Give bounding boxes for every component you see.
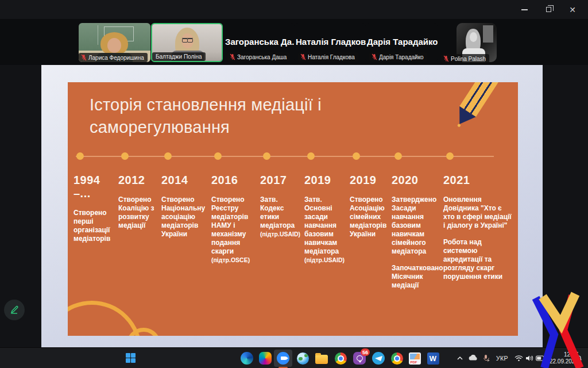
zoom-app-icon[interactable] — [276, 351, 290, 365]
timeline-dot — [76, 152, 84, 160]
timeline-text: Створено Коаліцію з розвитку медіації — [118, 195, 161, 230]
timeline-column: 2016Створено Реєстру медіаторів НАМУ і м… — [211, 152, 260, 290]
minimize-button[interactable] — [512, 0, 536, 19]
desktop: ✕ Лариса Федоришина Балтаджи Поліна Заго… — [0, 0, 588, 368]
timeline-text: Створено Асоціацію сімейних медіаторів У… — [350, 195, 392, 239]
muted-mic-icon — [300, 53, 306, 60]
timeline-column: 2017Затв. Кодекс етики медіатора(підтр.U… — [260, 152, 304, 290]
notification-center-button[interactable] — [575, 348, 583, 368]
viber-notification-badge: 56 — [361, 348, 370, 356]
slide-title: Історія становлення медіації і саморегул… — [90, 94, 434, 139]
muted-mic-icon — [81, 54, 87, 61]
edge-icon[interactable] — [240, 351, 254, 365]
timeline-dot — [164, 152, 172, 160]
mic-pointer-icon — [482, 354, 490, 362]
restore-icon — [546, 7, 551, 12]
chrome-profile2-icon[interactable] — [390, 351, 404, 365]
decorative-circle — [68, 301, 142, 336]
timeline-dot — [263, 152, 270, 160]
timeline-year: 1994 –... — [74, 174, 118, 200]
timeline-column: 2020Затверджено Засади навчання базовим … — [392, 152, 443, 290]
pdf-reader-icon[interactable] — [408, 351, 421, 365]
muted-mic-icon — [230, 53, 235, 60]
timeline-dot — [446, 152, 454, 160]
start-button[interactable] — [124, 351, 138, 365]
timeline-text: Затверджено Засади навчання базовим нави… — [392, 195, 443, 256]
timeline: 1994 –...Створено перші організації меді… — [74, 152, 516, 290]
timeline-note: (підтр.USAID) — [260, 230, 304, 238]
timeline-dot — [214, 152, 222, 160]
shared-screen: Історія становлення медіації і саморегул… — [41, 65, 543, 347]
onedrive-button[interactable] — [468, 348, 478, 368]
timeline-text-secondary: Робота над системою акредитації та розгл… — [443, 238, 516, 281]
participant-strip: Лариса Федоришина Балтаджи Поліна Загора… — [0, 19, 588, 65]
voice-access-button[interactable] — [482, 348, 490, 368]
timeline-column: 2021Оновлення Довідника "Хто є хто в сфе… — [443, 152, 516, 290]
restore-button[interactable] — [536, 0, 560, 19]
tray-date: 22.09.2025 — [548, 358, 578, 365]
chrome-icon[interactable] — [334, 351, 347, 365]
language-indicator[interactable]: УКР — [496, 348, 508, 368]
participant-tile-no-video[interactable]: Дарія Тарадайко Дарія Тарадайко — [366, 23, 438, 62]
timeline-dot — [394, 152, 402, 160]
telegram-icon[interactable] — [372, 351, 385, 365]
participant-tile-no-video[interactable]: Загоранська Да... Загоранська Даша — [224, 23, 294, 62]
participant-name: Загоранська Даша — [237, 54, 287, 60]
participant-tile-video[interactable]: Лариса Федоришина — [79, 23, 150, 62]
participant-tile-no-video[interactable]: Наталія Гладкова Наталія Гладкова — [295, 23, 366, 62]
participant-display-name: Наталія Гладкова — [296, 37, 366, 47]
minimize-icon — [521, 9, 528, 10]
timeline-year: 2019 — [304, 174, 350, 187]
wifi-button[interactable] — [514, 348, 523, 368]
close-button[interactable]: ✕ — [560, 0, 585, 19]
timeline-year: 2012 — [118, 174, 161, 187]
cloud-icon — [468, 355, 478, 362]
timeline-column: 2012Створено Коаліцію з розвитку медіаці… — [118, 152, 161, 290]
participant-name: Лариса Федоришина — [88, 55, 144, 61]
presentation-slide: Історія становлення медіації і саморегул… — [68, 82, 518, 336]
participant-name-pill: Лариса Федоришина — [79, 53, 148, 62]
timeline-year: 2019 — [350, 174, 392, 187]
participant-name: Дарія Тарадайко — [379, 54, 424, 60]
volume-button[interactable] — [525, 348, 533, 368]
timeline-year: 2016 — [211, 174, 260, 187]
timeline-text: Затв. Основні засади навчання базовим на… — [304, 195, 350, 256]
participant-tile-active-speaker[interactable]: Балтаджи Поліна — [151, 23, 223, 62]
clock[interactable]: 12:37 22.09.2025 — [548, 348, 578, 368]
pencil-illustration — [442, 82, 504, 141]
timeline-year: 2020 — [392, 174, 443, 187]
muted-mic-icon — [443, 55, 449, 62]
participant-display-name: Дарія Тарадайко — [367, 37, 438, 47]
timeline-text: Створено перші організації медіаторів — [74, 209, 118, 243]
tray-chevron-button[interactable] — [457, 348, 463, 368]
copilot-icon[interactable] — [258, 351, 272, 365]
battery-icon — [536, 355, 545, 361]
participant-name-pill: Балтаджи Поліна — [152, 52, 206, 61]
participant-name-pill: Наталія Гладкова — [298, 52, 358, 62]
wifi-icon — [514, 355, 523, 362]
file-explorer-icon[interactable] — [315, 351, 328, 365]
close-icon: ✕ — [569, 6, 576, 14]
chevron-up-icon — [457, 355, 463, 362]
timeline-year: 2017 — [260, 174, 304, 187]
muted-mic-icon — [372, 53, 377, 60]
timeline-note: (підтр.USAID) — [304, 256, 350, 264]
word-icon[interactable]: W — [426, 351, 440, 365]
participant-name-pill: Polina Palash — [441, 54, 489, 63]
timeline-column: 1994 –...Створено перші організації меді… — [74, 152, 118, 290]
annotate-button[interactable] — [4, 300, 25, 320]
timeline-year: 2014 — [161, 174, 211, 187]
timeline-column: 2014Створено Національну асоціацію медіа… — [161, 152, 211, 290]
timeline-dot — [307, 152, 315, 160]
taskbar: Пошук 56 W — [0, 347, 588, 368]
window-titlebar: ✕ — [0, 0, 588, 19]
participant-name: Наталія Гладкова — [308, 54, 355, 60]
timeline-text-secondary: Започатковано Місячник медіації — [392, 264, 443, 290]
timeline-text: Створено Національну асоціацію медіаторі… — [161, 195, 211, 239]
browser-globe-icon[interactable] — [296, 351, 310, 365]
battery-button[interactable] — [536, 348, 545, 368]
timeline-dot — [353, 152, 360, 160]
timeline-text: Оновлення Довідника "Хто є хто в сфері м… — [443, 195, 516, 230]
participant-display-name: Загоранська Да... — [225, 37, 294, 47]
viber-icon[interactable]: 56 — [353, 351, 366, 365]
